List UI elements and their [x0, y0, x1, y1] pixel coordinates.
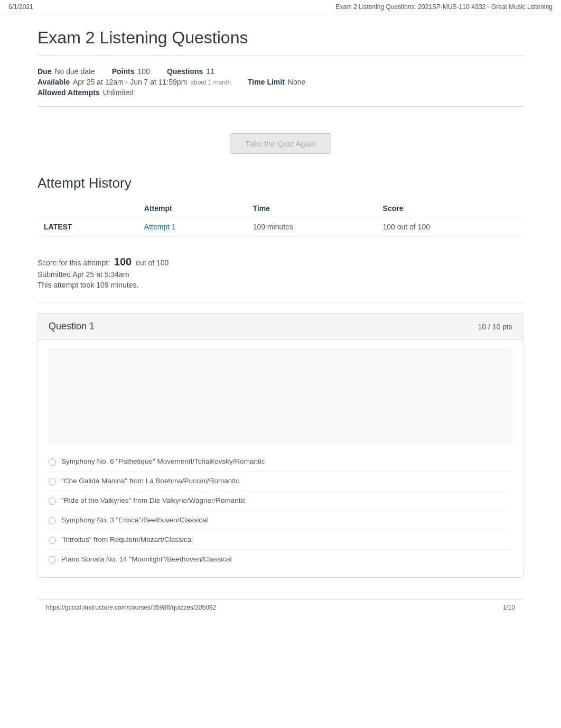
row-tag: LATEST: [38, 217, 138, 237]
answer-radio: [49, 497, 56, 505]
submitted-line: Submitted Apr 25 at 5:34am: [38, 270, 523, 279]
question-points: 10 / 10 pts: [478, 322, 512, 331]
col-score: Score: [377, 200, 523, 217]
allowed-attempts-label: Allowed Attempts: [38, 88, 100, 97]
quiz-meta: Due No due date Points 100 Questions 11 …: [38, 62, 523, 107]
browser-date: 6/1/2021: [8, 3, 33, 11]
row-score: 100 out of 100: [377, 217, 523, 237]
answer-radio: [49, 537, 56, 544]
points-value: 100: [138, 67, 150, 76]
col-tag: [38, 200, 138, 217]
answer-option[interactable]: "Introitus" from Requiem/Mozart/Classica…: [49, 530, 512, 550]
score-label: Score for this attempt:: [38, 259, 110, 267]
table-row: LATEST Attempt 1 109 minutes 100 out of …: [38, 217, 523, 237]
row-attempt[interactable]: Attempt 1: [138, 217, 247, 237]
questions-value: 11: [206, 67, 214, 76]
answer-text: "Ride of the Valkyries" from Die Valkyri…: [61, 496, 246, 504]
answer-radio: [49, 458, 56, 466]
available-note: about 1 month: [190, 79, 231, 86]
question-title: Question 1: [49, 321, 95, 332]
answer-text: "Introitus" from Requiem/Mozart/Classica…: [61, 536, 193, 543]
answer-text: Symphony No. 6 "Pathetique" MovementI/Tc…: [61, 457, 265, 465]
answer-option[interactable]: Symphony No. 3 "Eroica"/Beethoven/Classi…: [49, 511, 512, 530]
take-quiz-button[interactable]: Take the Quiz Again: [230, 133, 331, 154]
score-suffix: out of 100: [136, 259, 169, 267]
allowed-attempts-value: Unlimited: [103, 88, 134, 97]
take-quiz-section: Take the Quiz Again: [38, 117, 523, 175]
attempt-history-title: Attempt History: [38, 175, 523, 191]
answer-radio: [49, 478, 56, 485]
points-label: Points: [112, 67, 135, 76]
attempt-history-table: Attempt Time Score LATEST Attempt 1 109 …: [38, 200, 523, 237]
page-title-tab: Exam 2 Listening Questions: 2021SP-MUS-1…: [335, 3, 553, 11]
available-value: Apr 25 at 12am - Jun 7 at 11:59pm: [73, 78, 187, 86]
score-value: 100: [114, 256, 132, 268]
questions-container: Question 1 10 / 10 pts Symphony No. 6 "P…: [38, 313, 523, 578]
bottom-bar: https://gcccd.instructure.com/courses/35…: [38, 599, 523, 615]
bottom-url: https://gcccd.instructure.com/courses/35…: [46, 604, 216, 611]
due-value: No due date: [54, 67, 95, 76]
due-label: Due: [38, 67, 51, 76]
questions-label: Questions: [167, 67, 203, 76]
available-label: Available: [38, 78, 70, 86]
row-time: 109 minutes: [247, 217, 377, 237]
quiz-title: Exam 2 Listening Questions: [38, 23, 523, 56]
answer-text: Piano Sonata No. 14 "Moonlight"/Beethove…: [61, 555, 232, 563]
answer-text: Symphony No. 3 "Eroica"/Beethoven/Classi…: [61, 516, 208, 524]
time-limit-label: Time Limit: [248, 78, 285, 86]
question-block: Question 1 10 / 10 pts Symphony No. 6 "P…: [38, 313, 523, 578]
col-time: Time: [247, 200, 377, 217]
bottom-page-num: 1/10: [503, 604, 515, 611]
duration-line: This attempt took 109 minutes.: [38, 281, 523, 289]
answer-radio: [49, 556, 56, 564]
question-media: [49, 348, 512, 444]
answer-option[interactable]: Piano Sonata No. 14 "Moonlight"/Beethove…: [49, 550, 512, 569]
attempt-summary: Score for this attempt: 100 out of 100 S…: [38, 250, 523, 302]
col-attempt: Attempt: [138, 200, 247, 217]
time-limit-value: None: [288, 78, 305, 86]
answer-option[interactable]: "Ride of the Valkyries" from Die Valkyri…: [49, 491, 512, 511]
answer-option[interactable]: Symphony No. 6 "Pathetique" MovementI/Tc…: [49, 452, 512, 472]
answer-text: "Che Galida Manina" from La Boehma/Pucci…: [61, 477, 239, 485]
answer-radio: [49, 517, 56, 524]
score-line: Score for this attempt: 100 out of 100: [38, 256, 523, 268]
answer-option[interactable]: "Che Galida Manina" from La Boehma/Pucci…: [49, 472, 512, 491]
